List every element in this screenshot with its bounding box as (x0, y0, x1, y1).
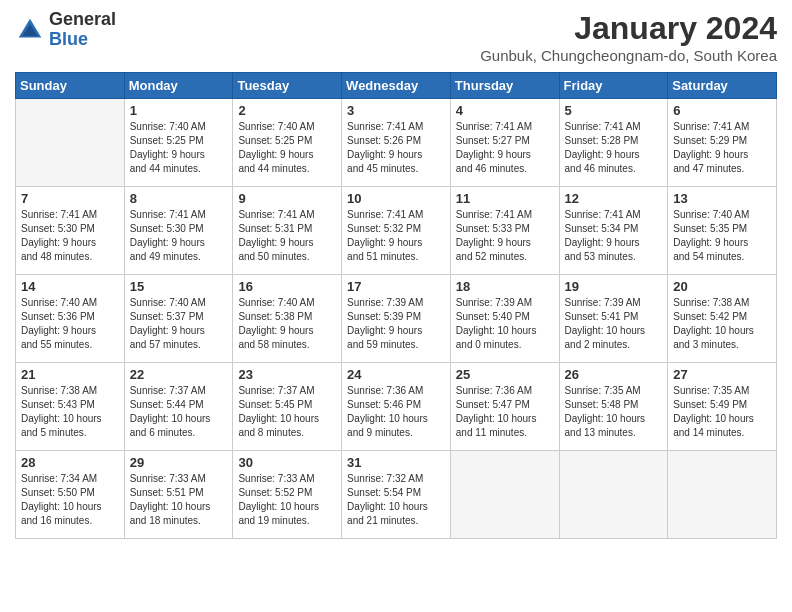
daylight-text: Daylight: 10 hoursand 9 minutes. (347, 413, 428, 438)
cell-info: Sunrise: 7:41 AMSunset: 5:30 PMDaylight:… (21, 208, 119, 264)
sunset-text: Sunset: 5:33 PM (456, 223, 530, 234)
sunrise-text: Sunrise: 7:33 AM (238, 473, 314, 484)
day-number: 26 (565, 367, 663, 382)
sunset-text: Sunset: 5:45 PM (238, 399, 312, 410)
sunrise-text: Sunrise: 7:39 AM (347, 297, 423, 308)
sunrise-text: Sunrise: 7:37 AM (238, 385, 314, 396)
cell-info: Sunrise: 7:38 AMSunset: 5:42 PMDaylight:… (673, 296, 771, 352)
daylight-text: Daylight: 10 hoursand 6 minutes. (130, 413, 211, 438)
sunrise-text: Sunrise: 7:40 AM (673, 209, 749, 220)
calendar-cell: 7Sunrise: 7:41 AMSunset: 5:30 PMDaylight… (16, 187, 125, 275)
calendar-week-2: 7Sunrise: 7:41 AMSunset: 5:30 PMDaylight… (16, 187, 777, 275)
daylight-text: Daylight: 10 hoursand 18 minutes. (130, 501, 211, 526)
sunrise-text: Sunrise: 7:34 AM (21, 473, 97, 484)
daylight-text: Daylight: 10 hoursand 5 minutes. (21, 413, 102, 438)
sunrise-text: Sunrise: 7:41 AM (347, 209, 423, 220)
sunset-text: Sunset: 5:44 PM (130, 399, 204, 410)
cell-info: Sunrise: 7:40 AMSunset: 5:37 PMDaylight:… (130, 296, 228, 352)
sunrise-text: Sunrise: 7:40 AM (130, 297, 206, 308)
daylight-text: Daylight: 10 hoursand 0 minutes. (456, 325, 537, 350)
daylight-text: Daylight: 10 hoursand 19 minutes. (238, 501, 319, 526)
day-number: 25 (456, 367, 554, 382)
sunrise-text: Sunrise: 7:41 AM (21, 209, 97, 220)
calendar-cell (668, 451, 777, 539)
sunrise-text: Sunrise: 7:41 AM (673, 121, 749, 132)
daylight-text: Daylight: 9 hoursand 52 minutes. (456, 237, 531, 262)
sunrise-text: Sunrise: 7:41 AM (565, 121, 641, 132)
daylight-text: Daylight: 10 hoursand 16 minutes. (21, 501, 102, 526)
sunrise-text: Sunrise: 7:40 AM (130, 121, 206, 132)
day-header-wednesday: Wednesday (342, 73, 451, 99)
day-number: 3 (347, 103, 445, 118)
cell-info: Sunrise: 7:34 AMSunset: 5:50 PMDaylight:… (21, 472, 119, 528)
sunset-text: Sunset: 5:30 PM (130, 223, 204, 234)
cell-info: Sunrise: 7:33 AMSunset: 5:51 PMDaylight:… (130, 472, 228, 528)
day-header-monday: Monday (124, 73, 233, 99)
daylight-text: Daylight: 10 hoursand 2 minutes. (565, 325, 646, 350)
sunset-text: Sunset: 5:46 PM (347, 399, 421, 410)
cell-info: Sunrise: 7:32 AMSunset: 5:54 PMDaylight:… (347, 472, 445, 528)
sunset-text: Sunset: 5:25 PM (238, 135, 312, 146)
calendar-cell: 28Sunrise: 7:34 AMSunset: 5:50 PMDayligh… (16, 451, 125, 539)
sunset-text: Sunset: 5:32 PM (347, 223, 421, 234)
sunrise-text: Sunrise: 7:40 AM (238, 121, 314, 132)
title-section: January 2024 Gunbuk, Chungcheongnam-do, … (480, 10, 777, 64)
day-number: 20 (673, 279, 771, 294)
sunset-text: Sunset: 5:31 PM (238, 223, 312, 234)
sunrise-text: Sunrise: 7:38 AM (21, 385, 97, 396)
calendar-cell: 22Sunrise: 7:37 AMSunset: 5:44 PMDayligh… (124, 363, 233, 451)
calendar-cell: 13Sunrise: 7:40 AMSunset: 5:35 PMDayligh… (668, 187, 777, 275)
sunrise-text: Sunrise: 7:36 AM (456, 385, 532, 396)
sunrise-text: Sunrise: 7:35 AM (673, 385, 749, 396)
daylight-text: Daylight: 9 hoursand 45 minutes. (347, 149, 422, 174)
day-number: 6 (673, 103, 771, 118)
day-number: 14 (21, 279, 119, 294)
daylight-text: Daylight: 9 hoursand 55 minutes. (21, 325, 96, 350)
calendar-cell: 4Sunrise: 7:41 AMSunset: 5:27 PMDaylight… (450, 99, 559, 187)
cell-info: Sunrise: 7:40 AMSunset: 5:25 PMDaylight:… (130, 120, 228, 176)
calendar-week-4: 21Sunrise: 7:38 AMSunset: 5:43 PMDayligh… (16, 363, 777, 451)
daylight-text: Daylight: 9 hoursand 49 minutes. (130, 237, 205, 262)
daylight-text: Daylight: 9 hoursand 47 minutes. (673, 149, 748, 174)
cell-info: Sunrise: 7:41 AMSunset: 5:30 PMDaylight:… (130, 208, 228, 264)
calendar-cell: 15Sunrise: 7:40 AMSunset: 5:37 PMDayligh… (124, 275, 233, 363)
sunset-text: Sunset: 5:25 PM (130, 135, 204, 146)
calendar-cell: 3Sunrise: 7:41 AMSunset: 5:26 PMDaylight… (342, 99, 451, 187)
daylight-text: Daylight: 10 hoursand 21 minutes. (347, 501, 428, 526)
sunrise-text: Sunrise: 7:41 AM (565, 209, 641, 220)
sunset-text: Sunset: 5:47 PM (456, 399, 530, 410)
sunrise-text: Sunrise: 7:39 AM (456, 297, 532, 308)
sunrise-text: Sunrise: 7:41 AM (456, 209, 532, 220)
calendar-cell: 14Sunrise: 7:40 AMSunset: 5:36 PMDayligh… (16, 275, 125, 363)
day-number: 8 (130, 191, 228, 206)
cell-info: Sunrise: 7:38 AMSunset: 5:43 PMDaylight:… (21, 384, 119, 440)
day-number: 9 (238, 191, 336, 206)
logo-general: General (49, 10, 116, 30)
sunset-text: Sunset: 5:51 PM (130, 487, 204, 498)
day-number: 23 (238, 367, 336, 382)
cell-info: Sunrise: 7:39 AMSunset: 5:40 PMDaylight:… (456, 296, 554, 352)
sunrise-text: Sunrise: 7:40 AM (21, 297, 97, 308)
sunrise-text: Sunrise: 7:41 AM (130, 209, 206, 220)
day-number: 7 (21, 191, 119, 206)
logo-blue: Blue (49, 30, 116, 50)
calendar-cell: 6Sunrise: 7:41 AMSunset: 5:29 PMDaylight… (668, 99, 777, 187)
daylight-text: Daylight: 9 hoursand 54 minutes. (673, 237, 748, 262)
location-subtitle: Gunbuk, Chungcheongnam-do, South Korea (480, 47, 777, 64)
calendar-cell: 23Sunrise: 7:37 AMSunset: 5:45 PMDayligh… (233, 363, 342, 451)
cell-info: Sunrise: 7:41 AMSunset: 5:27 PMDaylight:… (456, 120, 554, 176)
calendar-cell: 29Sunrise: 7:33 AMSunset: 5:51 PMDayligh… (124, 451, 233, 539)
calendar-cell: 12Sunrise: 7:41 AMSunset: 5:34 PMDayligh… (559, 187, 668, 275)
sunset-text: Sunset: 5:39 PM (347, 311, 421, 322)
calendar-cell: 5Sunrise: 7:41 AMSunset: 5:28 PMDaylight… (559, 99, 668, 187)
calendar-cell: 31Sunrise: 7:32 AMSunset: 5:54 PMDayligh… (342, 451, 451, 539)
day-header-sunday: Sunday (16, 73, 125, 99)
day-number: 2 (238, 103, 336, 118)
calendar-week-1: 1Sunrise: 7:40 AMSunset: 5:25 PMDaylight… (16, 99, 777, 187)
daylight-text: Daylight: 9 hoursand 57 minutes. (130, 325, 205, 350)
sunset-text: Sunset: 5:43 PM (21, 399, 95, 410)
day-header-thursday: Thursday (450, 73, 559, 99)
day-number: 12 (565, 191, 663, 206)
daylight-text: Daylight: 9 hoursand 44 minutes. (238, 149, 313, 174)
day-number: 19 (565, 279, 663, 294)
